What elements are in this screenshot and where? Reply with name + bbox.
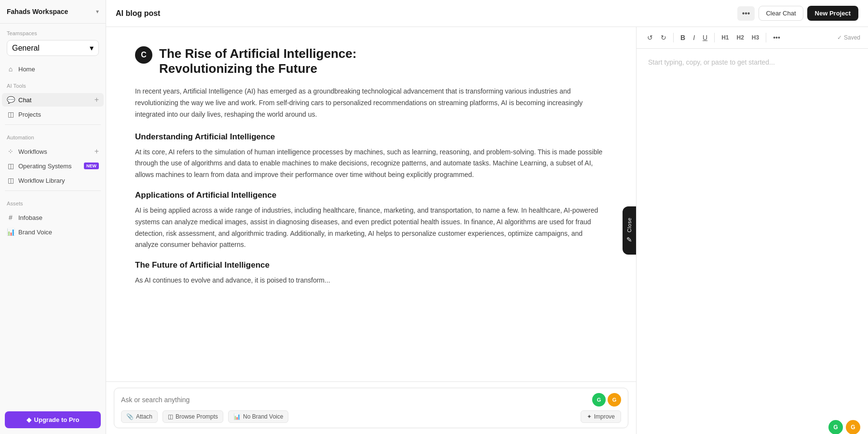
projects-icon: ◫ bbox=[7, 110, 14, 118]
toolbar-separator-2 bbox=[714, 33, 715, 42]
automation-section: Automation bbox=[0, 128, 106, 144]
browse-prompts-button[interactable]: ◫ Browse Prompts bbox=[163, 410, 223, 423]
doc-subtitle: Revolutionizing the Future bbox=[159, 61, 356, 76]
automation-label: Automation bbox=[5, 133, 101, 142]
workflows-icon: ⁘ bbox=[7, 148, 14, 155]
sidebar-bottom: ◆ Upgrade to Pro bbox=[0, 406, 106, 434]
close-panel-label: Close bbox=[626, 217, 632, 232]
browse-prompts-label: Browse Prompts bbox=[176, 413, 218, 420]
editor-content-area[interactable]: Start typing, copy, or paste to get star… bbox=[637, 49, 868, 434]
teamspaces-section: Teamspaces General ▾ bbox=[0, 24, 106, 62]
doc-main-title: The Rise of Artificial Intelligence: bbox=[159, 46, 356, 61]
underline-button[interactable]: U bbox=[700, 32, 710, 43]
editor-ai-icons: G G bbox=[828, 420, 860, 434]
sidebar-divider-1 bbox=[5, 124, 101, 125]
attach-icon: 📎 bbox=[126, 413, 134, 420]
teamspaces-label: Teamspaces bbox=[5, 28, 101, 38]
toolbar-more-button[interactable]: ••• bbox=[770, 32, 783, 43]
editor-toolbar: ↺ ↻ B I U H1 H2 H3 ••• ✓ Saved bbox=[637, 27, 868, 49]
sidebar-item-infobase[interactable]: # Infobase bbox=[2, 211, 104, 224]
topbar: AI blog post ••• Clear Chat New Project bbox=[106, 0, 868, 27]
h2-button[interactable]: H2 bbox=[733, 32, 746, 43]
saved-label: Saved bbox=[844, 34, 860, 41]
teamspace-name: General bbox=[12, 44, 40, 53]
doc-title-block: The Rise of Artificial Intelligence: Rev… bbox=[159, 46, 356, 76]
document-area: C The Rise of Artificial Intelligence: R… bbox=[106, 27, 637, 434]
browse-prompts-icon: ◫ bbox=[168, 413, 173, 420]
doc-intro-text: In recent years, Artificial Intelligence… bbox=[135, 86, 607, 120]
infobase-icon: # bbox=[7, 214, 14, 221]
editor-ai-enhance-button[interactable]: G bbox=[846, 420, 860, 434]
doc-section2-title: Applications of Artificial Intelligence bbox=[135, 190, 607, 200]
sidebar: Fahads Workspace ▾ Teamspaces General ▾ … bbox=[0, 0, 106, 434]
document-scroll[interactable]: C The Rise of Artificial Intelligence: R… bbox=[106, 27, 636, 381]
new-project-button[interactable]: New Project bbox=[807, 6, 858, 21]
more-icon: ••• bbox=[742, 9, 750, 17]
teamspace-selector[interactable]: General ▾ bbox=[7, 40, 99, 56]
saved-checkmark-icon: ✓ bbox=[837, 34, 842, 41]
sidebar-item-workflow-library[interactable]: ◫ Workflow Library bbox=[2, 174, 104, 187]
clear-chat-button[interactable]: Clear Chat bbox=[759, 6, 803, 21]
close-panel-button[interactable]: Close ✎ bbox=[623, 206, 636, 255]
chevron-down-icon: ▾ bbox=[96, 8, 99, 15]
assets-section: Assets bbox=[0, 194, 106, 210]
home-icon: ⌂ bbox=[7, 65, 14, 73]
h3-button[interactable]: H3 bbox=[749, 32, 762, 43]
sidebar-item-workflows[interactable]: ⁘ Workflows + bbox=[2, 145, 104, 158]
teamspace-chevron-icon: ▾ bbox=[90, 43, 94, 53]
chat-input-area: G G 📎 Attach ◫ Browse Prompts bbox=[106, 381, 636, 434]
workflows-add-button[interactable]: + bbox=[95, 148, 99, 155]
improve-button[interactable]: ✦ Improve bbox=[581, 410, 621, 423]
workspace-name: Fahads Workspace bbox=[7, 8, 68, 15]
sidebar-item-home[interactable]: ⌂ Home bbox=[2, 62, 104, 76]
saved-status: ✓ Saved bbox=[837, 34, 860, 41]
sidebar-item-brand-voice-label: Brand Voice bbox=[18, 229, 52, 236]
doc-section1-text: At its core, AI refers to the simulation… bbox=[135, 147, 607, 181]
toolbar-separator-1 bbox=[673, 33, 674, 42]
improve-icon: ✦ bbox=[587, 413, 592, 420]
chat-icon: 💬 bbox=[7, 96, 14, 104]
doc-section3-title: The Future of Artificial Intelligence bbox=[135, 260, 607, 270]
sidebar-item-chat[interactable]: 💬 Chat + bbox=[2, 93, 104, 107]
sidebar-item-operating-systems[interactable]: ◫ Operating Systems NEW bbox=[2, 159, 104, 173]
doc-section1-title: Understanding Artificial Intelligence bbox=[135, 132, 607, 142]
grammarly-icon-button[interactable]: G bbox=[592, 393, 606, 407]
h1-button[interactable]: H1 bbox=[719, 32, 732, 43]
chat-input-box: G G 📎 Attach ◫ Browse Prompts bbox=[114, 388, 628, 428]
chat-search-input[interactable] bbox=[121, 396, 588, 404]
italic-button[interactable]: I bbox=[690, 32, 698, 43]
upgrade-button[interactable]: ◆ Upgrade to Pro bbox=[5, 411, 101, 428]
topbar-actions: ••• Clear Chat New Project bbox=[737, 6, 858, 21]
sidebar-item-operating-systems-label: Operating Systems bbox=[18, 163, 72, 170]
ai-tools-section: AI Tools bbox=[0, 76, 106, 93]
editor-grammarly-button[interactable]: G bbox=[828, 420, 843, 434]
chat-input-icons: G G bbox=[592, 393, 621, 407]
doc-section3-text: As AI continues to evolve and advance, i… bbox=[135, 275, 607, 286]
redo-button[interactable]: ↻ bbox=[658, 32, 669, 43]
sidebar-item-projects[interactable]: ◫ Projects bbox=[2, 108, 104, 121]
doc-avatar: C bbox=[135, 46, 152, 64]
sidebar-item-workflow-library-label: Workflow Library bbox=[18, 177, 65, 184]
bold-button[interactable]: B bbox=[678, 32, 688, 43]
sidebar-divider-2 bbox=[5, 190, 101, 191]
assets-label: Assets bbox=[5, 199, 101, 208]
sidebar-item-workflows-label: Workflows bbox=[18, 148, 47, 155]
undo-button[interactable]: ↺ bbox=[644, 32, 656, 43]
workflow-library-icon: ◫ bbox=[7, 176, 14, 184]
sidebar-item-home-label: Home bbox=[18, 66, 35, 73]
workspace-header[interactable]: Fahads Workspace ▾ bbox=[0, 0, 106, 24]
sidebar-item-brand-voice[interactable]: 📊 Brand Voice bbox=[2, 225, 104, 239]
topbar-more-button[interactable]: ••• bbox=[737, 6, 755, 21]
improve-label: Improve bbox=[594, 413, 615, 420]
main-content: AI blog post ••• Clear Chat New Project … bbox=[106, 0, 868, 434]
attach-label: Attach bbox=[136, 413, 152, 420]
operating-systems-icon: ◫ bbox=[7, 162, 14, 170]
sidebar-item-projects-label: Projects bbox=[18, 111, 41, 118]
no-brand-voice-button[interactable]: 📊 No Brand Voice bbox=[228, 410, 288, 423]
chat-toolbar: 📎 Attach ◫ Browse Prompts 📊 No Brand Voi… bbox=[121, 410, 621, 423]
edit-icon: ✎ bbox=[626, 236, 632, 244]
ai-icon-button[interactable]: G bbox=[608, 393, 621, 407]
chat-add-button[interactable]: + bbox=[95, 96, 99, 104]
sidebar-item-chat-label: Chat bbox=[18, 96, 31, 104]
attach-button[interactable]: 📎 Attach bbox=[121, 410, 158, 423]
